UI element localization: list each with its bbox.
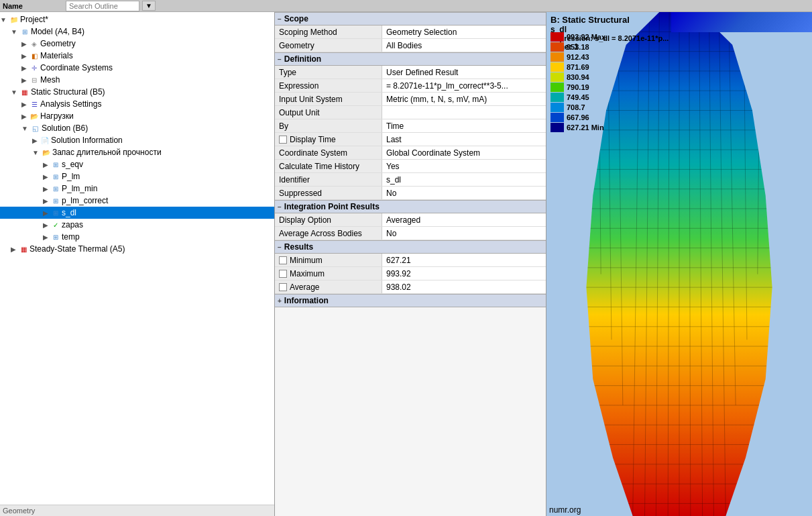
- tree-item-zapas[interactable]: ▼📂Запас длительной прочности: [0, 146, 274, 158]
- icon-static: ▦: [19, 87, 30, 97]
- expand-icon-zapas2[interactable]: ▶: [43, 221, 48, 229]
- top-bar: Name ▼: [0, 0, 812, 12]
- prop-label: Coordinate System: [275, 146, 382, 159]
- tree-item-temp[interactable]: ▶⊞temp: [0, 231, 274, 243]
- prop-value: Time: [382, 119, 546, 132]
- geometry-label: Geometry: [0, 505, 274, 516]
- legend-label: 749.45: [567, 93, 589, 101]
- icon-analysis: ☰: [29, 99, 40, 109]
- legend-color-swatch: [550, 123, 564, 132]
- expand-icon-project[interactable]: ▼: [0, 16, 7, 23]
- expand-icon-model[interactable]: ▼: [11, 28, 17, 36]
- tree-item-coord[interactable]: ▶✛Coordinate Systems: [0, 62, 274, 74]
- tree-item-mesh[interactable]: ▶⊟Mesh: [0, 74, 274, 86]
- expand-icon-p_lm_correct[interactable]: ▶: [43, 197, 48, 205]
- expand-icon-static[interactable]: ▼: [11, 89, 17, 96]
- label-s_dl: s_dl: [62, 208, 76, 217]
- legend-label: 627.21 Min: [567, 123, 604, 132]
- icon-p_lm: ⊞: [50, 171, 61, 182]
- prop-row: Minimum627.21: [275, 254, 546, 267]
- tree-item-model[interactable]: ▼⊞Model (A4, B4): [0, 25, 274, 38]
- prop-label: Identifier: [275, 173, 382, 186]
- section-information[interactable]: +Information: [275, 294, 546, 307]
- tree-item-solinfo[interactable]: ▶📄Solution Information: [0, 134, 274, 146]
- tree-item-s_eqv[interactable]: ▶⊞s_eqv: [0, 158, 274, 170]
- tree-item-p_lm[interactable]: ▶⊞P_lm: [0, 170, 274, 183]
- tree-item-analysis[interactable]: ▶☰Analysis Settings: [0, 98, 274, 110]
- prop-value: Yes: [382, 160, 546, 172]
- legend-item: 993.92 Max: [550, 32, 605, 42]
- expand-icon-mesh[interactable]: ▶: [21, 76, 27, 84]
- label-materials: Materials: [40, 51, 73, 60]
- prop-value: 627.21: [382, 254, 546, 266]
- icon-zapas: 📂: [41, 147, 52, 158]
- expand-icon-p_lm_min[interactable]: ▶: [43, 185, 48, 193]
- expand-icon-temp[interactable]: ▶: [43, 234, 48, 241]
- expand-icon-geometry[interactable]: ▶: [21, 40, 27, 48]
- expand-icon-loads[interactable]: ▶: [21, 113, 27, 120]
- tree-item-geometry[interactable]: ▶◈Geometry: [0, 38, 274, 50]
- expand-icon-thermal[interactable]: ▶: [11, 246, 16, 253]
- expand-icon-p_lm[interactable]: ▶: [43, 173, 48, 180]
- tree-item-p_lm_min[interactable]: ▶⊞P_lm_min: [0, 183, 274, 195]
- tree-item-project[interactable]: ▼📁Project*: [0, 13, 274, 25]
- icon-thermal: ▦: [18, 244, 29, 254]
- tree-panel: ▼📁Project*▼⊞Model (A4, B4)▶◈Geometry▶◧Ma…: [0, 12, 275, 516]
- prop-row: Average Across BodiesNo: [275, 227, 546, 240]
- prop-row: ByTime: [275, 119, 546, 133]
- expand-icon-zapas[interactable]: ▼: [32, 149, 39, 156]
- checkbox[interactable]: [279, 283, 287, 291]
- tree-item-thermal[interactable]: ▶▦Steady-State Thermal (A5): [0, 243, 274, 255]
- section-definition[interactable]: −Definition: [275, 52, 546, 66]
- icon-model: ⊞: [19, 26, 30, 37]
- expand-icon-solution[interactable]: ▼: [21, 125, 28, 132]
- tree-item-p_lm_correct[interactable]: ▶⊞p_lm_correct: [0, 195, 274, 207]
- legend-item: 953.18: [550, 42, 605, 52]
- prop-label: Display Option: [275, 213, 382, 226]
- tree-item-solution[interactable]: ▼◱Solution (B6): [0, 122, 274, 134]
- label-static: Static Structural (B5): [31, 87, 105, 97]
- prop-value: No: [382, 187, 546, 199]
- expand-icon-analysis[interactable]: ▶: [21, 101, 27, 108]
- legend-label: 912.43: [567, 53, 589, 61]
- prop-label: Type: [275, 66, 382, 79]
- expand-icon-solinfo[interactable]: ▶: [32, 137, 38, 144]
- prop-row: GeometryAll Bodies: [275, 39, 546, 52]
- tree-item-static[interactable]: ▼▦Static Structural (B5): [0, 86, 274, 98]
- expand-icon-coord[interactable]: ▶: [21, 64, 27, 72]
- prop-label: Expression: [275, 79, 382, 92]
- checkbox[interactable]: [279, 270, 287, 278]
- legend-color-swatch: [550, 62, 564, 72]
- search-input[interactable]: [66, 1, 139, 11]
- legend-color-swatch: [550, 42, 564, 52]
- prop-row: Average938.02: [275, 280, 546, 294]
- dropdown-btn[interactable]: ▼: [142, 1, 156, 11]
- prop-value: Averaged: [382, 213, 546, 226]
- expand-icon-s_dl[interactable]: ▶: [43, 209, 48, 217]
- icon-s_eqv: ⊞: [50, 159, 61, 170]
- legend-color-swatch: [550, 83, 564, 92]
- label-zapas2: zapas: [62, 220, 83, 229]
- section-results[interactable]: −Results: [275, 240, 546, 254]
- expand-icon-s_eqv[interactable]: ▶: [43, 161, 48, 168]
- expand-icon-materials[interactable]: ▶: [21, 52, 27, 60]
- checkbox[interactable]: [279, 256, 287, 264]
- legend-item: 830.94: [550, 72, 605, 82]
- tree-item-zapas2[interactable]: ▶✓zapas: [0, 219, 274, 231]
- label-mesh: Mesh: [40, 75, 60, 85]
- tree-item-loads[interactable]: ▶📂Нагрузки: [0, 110, 274, 122]
- checkbox[interactable]: [279, 136, 287, 144]
- section-integration-point-results[interactable]: −Integration Point Results: [275, 200, 546, 213]
- prop-value: All Bodies: [382, 39, 546, 52]
- label-temp: temp: [62, 232, 80, 242]
- legend-item: 667.96: [550, 113, 605, 122]
- legend-label: 871.69: [567, 63, 589, 71]
- label-model: Model (A4, B4): [31, 27, 84, 36]
- prop-label: Average: [275, 280, 382, 293]
- legend-item: 790.19: [550, 83, 605, 92]
- tree-item-materials[interactable]: ▶◧Materials: [0, 50, 274, 62]
- section-scope[interactable]: −Scope: [275, 12, 546, 25]
- prop-row: Maximum993.92: [275, 267, 546, 280]
- tree-item-s_dl[interactable]: ▶⊞s_dl: [0, 207, 274, 219]
- watermark: numr.org: [546, 504, 583, 516]
